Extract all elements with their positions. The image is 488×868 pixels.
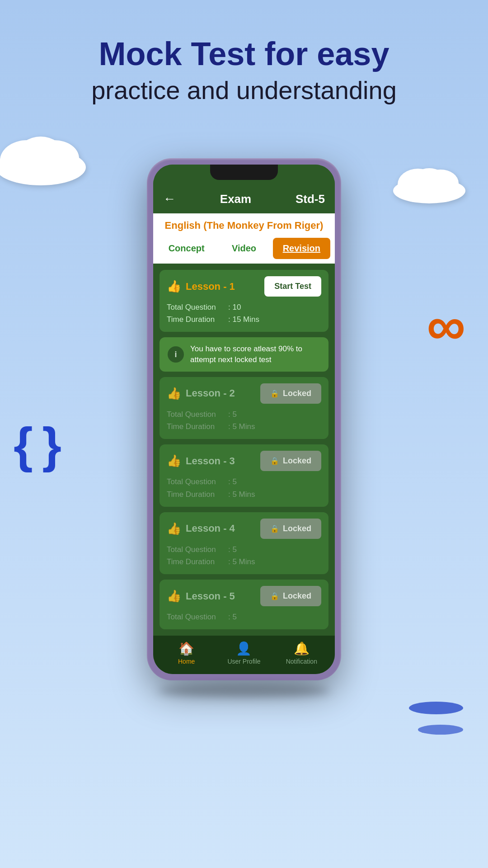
lesson-4-duration-value: : 5 Mins xyxy=(228,556,255,568)
phone-shell: ← Exam Std-5 English (The Monkey From Ri… xyxy=(147,158,341,680)
lesson-2-total-question-row: Total Question : 5 xyxy=(167,408,321,420)
lesson-1-duration-value: : 15 Mins xyxy=(228,313,259,326)
lesson-5-info: Total Question : 5 xyxy=(167,611,321,623)
lesson-3-header: 👍 Lesson - 3 🔒 Locked xyxy=(167,451,321,471)
header-title: Exam xyxy=(220,192,251,206)
locked-button-2[interactable]: 🔒 Locked xyxy=(260,383,321,404)
lesson-3-duration-row: Time Duration : 5 Mins xyxy=(167,488,321,500)
lesson-2-duration-value: : 5 Mins xyxy=(228,420,255,433)
info-notice: i You have to score atleast 90% to attem… xyxy=(160,337,328,372)
lesson-4-header: 👍 Lesson - 4 🔒 Locked xyxy=(167,519,321,539)
curly-braces-decoration: { } xyxy=(14,416,59,473)
phone-mockup: ← Exam Std-5 English (The Monkey From Ri… xyxy=(147,158,341,698)
locked-label-5: Locked xyxy=(283,591,311,601)
infinity-decoration: ∞ xyxy=(427,298,461,353)
svg-point-7 xyxy=(412,168,446,193)
phone-screen: ← Exam Std-5 English (The Monkey From Ri… xyxy=(153,165,335,674)
nav-profile-label: User Profile xyxy=(227,658,260,665)
tab-video[interactable]: Video xyxy=(215,238,272,259)
lesson-card-3: 👍 Lesson - 3 🔒 Locked Total Question : 5 xyxy=(160,444,328,506)
notification-icon: 🔔 xyxy=(294,641,310,656)
headline-section: Mock Test for easy practice and understa… xyxy=(0,0,488,105)
lesson-5-total-value: : 5 xyxy=(228,611,237,623)
ellipse-top-decoration xyxy=(409,702,463,714)
lesson-3-total-question-row: Total Question : 5 xyxy=(167,476,321,488)
lesson-1-header: 👍 Lesson - 1 Start Test xyxy=(167,276,321,297)
cloud-right-decoration xyxy=(389,158,470,203)
lesson-card-1: 👍 Lesson - 1 Start Test Total Question :… xyxy=(160,270,328,332)
nav-notification[interactable]: 🔔 Notification xyxy=(273,641,330,665)
lesson-3-duration-label: Time Duration xyxy=(167,488,225,500)
lesson-1-total-value: : 10 xyxy=(228,301,241,313)
home-icon: 🏠 xyxy=(178,641,194,656)
locked-button-3[interactable]: 🔒 Locked xyxy=(260,451,321,471)
lesson-5-total-label: Total Question xyxy=(167,611,225,623)
tab-concept[interactable]: Concept xyxy=(158,238,215,259)
lesson-5-total-question-row: Total Question : 5 xyxy=(167,611,321,623)
lesson-1-duration-label: Time Duration xyxy=(167,313,225,326)
ellipse-bottom-decoration xyxy=(418,725,463,735)
lesson-2-info: Total Question : 5 Time Duration : 5 Min… xyxy=(167,408,321,433)
header-std: Std-5 xyxy=(296,192,325,206)
lesson-card-2: 👍 Lesson - 2 🔒 Locked Total Question : 5 xyxy=(160,377,328,439)
lesson-2-header: 👍 Lesson - 2 🔒 Locked xyxy=(167,383,321,404)
lesson-2-duration-row: Time Duration : 5 Mins xyxy=(167,420,321,433)
lock-icon-3: 🔒 xyxy=(270,457,279,465)
bottom-nav: 🏠 Home 👤 User Profile 🔔 Notification xyxy=(153,636,335,674)
info-icon: i xyxy=(168,346,184,363)
lesson-3-title-row: 👍 Lesson - 3 xyxy=(167,454,235,468)
thumbs-up-icon-3: 👍 xyxy=(167,454,181,468)
start-test-button[interactable]: Start Test xyxy=(264,276,321,297)
lesson-2-title-row: 👍 Lesson - 2 xyxy=(167,387,235,401)
lesson-4-info: Total Question : 5 Time Duration : 5 Min… xyxy=(167,543,321,568)
locked-label-4: Locked xyxy=(283,524,311,533)
lesson-3-title: Lesson - 3 xyxy=(186,455,235,467)
lesson-2-duration-label: Time Duration xyxy=(167,420,225,433)
phone-notch xyxy=(210,165,278,180)
tab-revision[interactable]: Revision xyxy=(273,238,330,259)
app-header: ← Exam Std-5 xyxy=(153,187,335,213)
phone-shadow xyxy=(158,684,330,698)
info-notice-text: You have to score atleast 90% to attempt… xyxy=(190,344,320,365)
lesson-card-4: 👍 Lesson - 4 🔒 Locked Total Question : 5 xyxy=(160,512,328,574)
subject-title: English (The Monkey From Riger) xyxy=(153,213,335,238)
lesson-4-title: Lesson - 4 xyxy=(186,523,235,534)
lock-icon-4: 🔒 xyxy=(270,524,279,533)
lesson-2-title: Lesson - 2 xyxy=(186,387,235,399)
lesson-1-info: Total Question : 10 Time Duration : 15 M… xyxy=(167,301,321,326)
lesson-2-total-label: Total Question xyxy=(167,408,225,420)
lesson-card-5: 👍 Lesson - 5 🔒 Locked Total Question : 5 xyxy=(160,580,328,629)
thumbs-up-icon-1: 👍 xyxy=(167,279,181,293)
lesson-5-header: 👍 Lesson - 5 🔒 Locked xyxy=(167,586,321,606)
tabs-container: Concept Video Revision xyxy=(153,238,335,264)
lesson-1-title: Lesson - 1 xyxy=(186,281,235,292)
back-button[interactable]: ← xyxy=(163,192,176,206)
lesson-3-total-label: Total Question xyxy=(167,476,225,488)
lock-icon-5: 🔒 xyxy=(270,592,279,600)
headline-sub: practice and understanding xyxy=(0,75,488,105)
thumbs-up-icon-2: 👍 xyxy=(167,387,181,401)
locked-button-5[interactable]: 🔒 Locked xyxy=(260,586,321,606)
locked-button-4[interactable]: 🔒 Locked xyxy=(260,519,321,539)
nav-notification-label: Notification xyxy=(286,658,317,665)
nav-home-label: Home xyxy=(178,658,195,665)
lesson-4-duration-row: Time Duration : 5 Mins xyxy=(167,556,321,568)
profile-icon: 👤 xyxy=(236,641,252,656)
content-area: 👍 Lesson - 1 Start Test Total Question :… xyxy=(153,264,335,636)
thumbs-up-icon-5: 👍 xyxy=(167,589,181,603)
cloud-left-decoration xyxy=(0,127,90,185)
lesson-3-info: Total Question : 5 Time Duration : 5 Min… xyxy=(167,476,321,500)
lesson-1-title-row: 👍 Lesson - 1 xyxy=(167,279,235,293)
lesson-5-title-row: 👍 Lesson - 5 xyxy=(167,589,235,603)
lesson-2-total-value: : 5 xyxy=(228,408,237,420)
locked-label-3: Locked xyxy=(283,456,311,466)
lesson-5-title: Lesson - 5 xyxy=(186,590,235,602)
lesson-1-total-label: Total Question xyxy=(167,301,225,313)
lesson-1-total-question-row: Total Question : 10 xyxy=(167,301,321,313)
lesson-3-duration-value: : 5 Mins xyxy=(228,488,255,500)
nav-profile[interactable]: 👤 User Profile xyxy=(215,641,272,665)
lesson-1-duration-row: Time Duration : 15 Mins xyxy=(167,313,321,326)
lesson-4-total-label: Total Question xyxy=(167,543,225,556)
lesson-4-duration-label: Time Duration xyxy=(167,556,225,568)
nav-home[interactable]: 🏠 Home xyxy=(158,641,215,665)
